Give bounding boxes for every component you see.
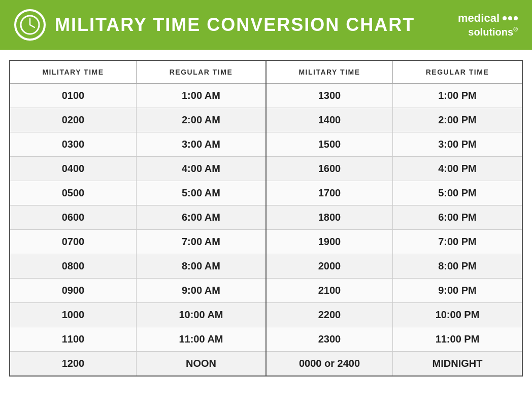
logo: medical solutions® [458, 11, 518, 39]
cell-mil1: 0700 [10, 230, 136, 254]
cell-mil1: 0400 [10, 157, 136, 181]
cell-mil1: 0100 [10, 84, 136, 108]
cell-reg1: 9:00 AM [136, 279, 266, 303]
table-row: 1200NOON0000 or 2400MIDNIGHT [10, 352, 522, 377]
cell-reg2: 3:00 PM [392, 132, 522, 157]
cell-mil1: 1200 [10, 352, 136, 377]
cell-mil2: 0000 or 2400 [266, 352, 392, 377]
cell-reg2: 1:00 PM [392, 84, 522, 108]
cell-mil1: 0300 [10, 132, 136, 157]
logo-solutions: solutions® [468, 25, 518, 39]
table-row: 04004:00 AM16004:00 PM [10, 157, 522, 181]
col-header-reg1: REGULAR TIME [136, 60, 266, 84]
logo-dot-3 [514, 16, 518, 20]
cell-mil1: 0900 [10, 279, 136, 303]
cell-mil1: 0200 [10, 108, 136, 132]
page-header: MILITARY TIME CONVERSION CHART medical s… [0, 0, 532, 50]
table-header-row: MILITARY TIME REGULAR TIME MILITARY TIME… [10, 60, 522, 84]
cell-mil1: 0800 [10, 254, 136, 279]
logo-dot-1 [503, 16, 507, 20]
clock-icon [14, 9, 46, 41]
col-header-reg2: REGULAR TIME [392, 60, 522, 84]
logo-dot-2 [508, 16, 512, 20]
cell-reg2: 11:00 PM [392, 327, 522, 352]
table-row: 01001:00 AM13001:00 PM [10, 84, 522, 108]
conversion-table: MILITARY TIME REGULAR TIME MILITARY TIME… [9, 60, 523, 377]
cell-mil1: 0600 [10, 206, 136, 230]
col-header-mil1: MILITARY TIME [10, 60, 136, 84]
cell-reg1: 8:00 AM [136, 254, 266, 279]
svg-line-2 [30, 25, 35, 27]
cell-reg2: 2:00 PM [392, 108, 522, 132]
cell-reg2: 10:00 PM [392, 303, 522, 327]
cell-mil2: 1600 [266, 157, 392, 181]
cell-mil2: 1800 [266, 206, 392, 230]
cell-mil2: 2300 [266, 327, 392, 352]
cell-mil2: 2000 [266, 254, 392, 279]
cell-mil2: 2100 [266, 279, 392, 303]
cell-mil2: 1500 [266, 132, 392, 157]
cell-reg1: 6:00 AM [136, 206, 266, 230]
cell-reg2: 5:00 PM [392, 181, 522, 206]
cell-reg2: 4:00 PM [392, 157, 522, 181]
cell-mil2: 1300 [266, 84, 392, 108]
table-row: 06006:00 AM18006:00 PM [10, 206, 522, 230]
cell-mil2: 1700 [266, 181, 392, 206]
cell-reg1: 7:00 AM [136, 230, 266, 254]
cell-reg2: 8:00 PM [392, 254, 522, 279]
cell-mil1: 0500 [10, 181, 136, 206]
cell-mil2: 1900 [266, 230, 392, 254]
header-left: MILITARY TIME CONVERSION CHART [14, 9, 415, 41]
table-row: 08008:00 AM20008:00 PM [10, 254, 522, 279]
logo-dots [503, 16, 518, 20]
page-title: MILITARY TIME CONVERSION CHART [55, 14, 415, 36]
col-header-mil2: MILITARY TIME [266, 60, 392, 84]
logo-medical: medical [458, 11, 500, 26]
cell-reg2: MIDNIGHT [392, 352, 522, 377]
table-row: 05005:00 AM17005:00 PM [10, 181, 522, 206]
cell-reg1: 4:00 AM [136, 157, 266, 181]
cell-mil2: 2200 [266, 303, 392, 327]
cell-mil2: 1400 [266, 108, 392, 132]
table-row: 02002:00 AM14002:00 PM [10, 108, 522, 132]
cell-reg2: 6:00 PM [392, 206, 522, 230]
cell-mil1: 1000 [10, 303, 136, 327]
cell-reg1: 2:00 AM [136, 108, 266, 132]
cell-mil1: 1100 [10, 327, 136, 352]
cell-reg2: 7:00 PM [392, 230, 522, 254]
cell-reg1: 11:00 AM [136, 327, 266, 352]
table-container: MILITARY TIME REGULAR TIME MILITARY TIME… [0, 50, 532, 387]
cell-reg1: 5:00 AM [136, 181, 266, 206]
table-row: 110011:00 AM230011:00 PM [10, 327, 522, 352]
cell-reg1: NOON [136, 352, 266, 377]
cell-reg1: 1:00 AM [136, 84, 266, 108]
cell-reg1: 3:00 AM [136, 132, 266, 157]
cell-reg1: 10:00 AM [136, 303, 266, 327]
table-row: 09009:00 AM21009:00 PM [10, 279, 522, 303]
table-row: 03003:00 AM15003:00 PM [10, 132, 522, 157]
logo-reg: ® [513, 26, 518, 33]
table-row: 100010:00 AM220010:00 PM [10, 303, 522, 327]
cell-reg2: 9:00 PM [392, 279, 522, 303]
logo-top: medical [458, 11, 518, 26]
table-row: 07007:00 AM19007:00 PM [10, 230, 522, 254]
